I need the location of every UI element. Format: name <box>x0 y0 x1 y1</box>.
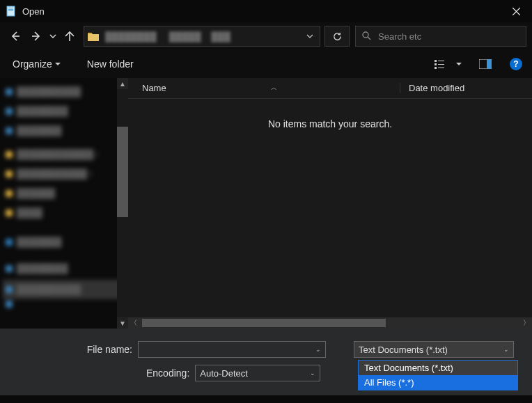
preview-pane-icon <box>479 59 492 69</box>
body-area: ██████████ ████████ ███████ ████████████… <box>0 78 532 329</box>
tree-scroll-thumb[interactable] <box>117 127 128 217</box>
file-type-dropdown: Text Documents (*.txt) All Files (*.*) <box>358 360 518 390</box>
svg-rect-15 <box>435 67 437 69</box>
view-options-button[interactable] <box>430 54 451 74</box>
scroll-left-arrow[interactable]: 〈 <box>128 317 139 329</box>
refresh-button[interactable] <box>324 26 350 47</box>
chevron-down-icon: ⌄ <box>315 346 321 353</box>
svg-rect-11 <box>435 60 437 62</box>
help-button[interactable]: ? <box>506 54 526 74</box>
scroll-down-arrow[interactable]: ▼ <box>117 317 128 329</box>
preview-pane-button[interactable] <box>475 54 496 74</box>
file-type-option-txt[interactable]: Text Documents (*.txt) <box>359 361 517 375</box>
svg-rect-3 <box>8 10 13 11</box>
file-type-combo[interactable]: Text Documents (*.txt) ⌄ <box>354 341 514 358</box>
svg-rect-12 <box>438 61 444 61</box>
sort-indicator-icon: ︿ <box>271 84 277 93</box>
nav-bar: ████████ █████ ███ Search etc <box>0 22 532 50</box>
svg-rect-16 <box>438 68 444 68</box>
new-folder-label: New folder <box>87 58 134 70</box>
navigation-tree[interactable]: ██████████ ████████ ███████ ████████████… <box>0 78 128 329</box>
empty-state-message: No items match your search. <box>128 99 532 129</box>
close-button[interactable] <box>500 0 532 22</box>
help-icon: ? <box>510 58 522 70</box>
tree-scrollbar[interactable]: ▲ ▼ <box>117 78 128 329</box>
encoding-value: Auto-Detect <box>200 368 248 379</box>
caret-down-icon <box>456 61 462 67</box>
h-scroll-track[interactable] <box>139 317 521 329</box>
tree-content-obscured: ██████████ ████████ ███████ ████████████… <box>0 78 128 312</box>
column-header-name[interactable]: Name ︿ <box>128 83 400 93</box>
bottom-panel: File name: ⌄ Text Documents (*.txt) ⌄ Te… <box>0 329 532 395</box>
folder-icon <box>87 31 100 42</box>
svg-rect-14 <box>438 64 444 65</box>
back-button[interactable] <box>6 26 25 46</box>
svg-point-9 <box>363 32 368 38</box>
svg-rect-18 <box>487 59 492 69</box>
search-placeholder: Search etc <box>378 31 421 42</box>
view-list-icon <box>435 59 447 69</box>
address-dropdown-button[interactable] <box>303 31 317 42</box>
column-headers: Name ︿ Date modified <box>128 78 532 99</box>
file-type-option-all[interactable]: All Files (*.*) <box>359 375 517 390</box>
file-list-panel: Name ︿ Date modified No items match your… <box>128 78 532 329</box>
title-bar: Open <box>0 0 532 22</box>
column-header-date[interactable]: Date modified <box>400 83 532 93</box>
column-name-label: Name <box>142 83 166 93</box>
svg-rect-2 <box>8 9 13 10</box>
chevron-down-icon: ⌄ <box>503 346 509 353</box>
window-title: Open <box>22 6 500 17</box>
view-dropdown-button[interactable] <box>454 54 464 74</box>
forward-button[interactable] <box>26 26 46 46</box>
svg-rect-13 <box>435 63 437 65</box>
column-date-label: Date modified <box>409 83 464 93</box>
svg-rect-1 <box>8 8 13 8</box>
refresh-icon <box>332 31 343 42</box>
search-icon <box>361 31 371 42</box>
arrow-left-icon <box>10 31 21 42</box>
horizontal-scrollbar[interactable]: 〈 〉 <box>128 317 532 329</box>
recent-locations-button[interactable] <box>47 26 58 46</box>
organize-label: Organize <box>13 58 52 70</box>
encoding-combo[interactable]: Auto-Detect ⌄ <box>195 365 320 381</box>
file-name-combo[interactable]: ⌄ <box>138 341 326 358</box>
chevron-down-icon <box>306 33 313 40</box>
arrow-right-icon <box>31 31 42 42</box>
scroll-right-arrow[interactable]: 〉 <box>521 317 532 329</box>
address-path: ████████ █████ ███ <box>105 31 303 42</box>
organize-button[interactable]: Organize <box>6 54 68 74</box>
file-type-value: Text Documents (*.txt) <box>359 345 448 355</box>
file-name-label: File name: <box>84 344 132 355</box>
close-icon <box>513 8 520 15</box>
chevron-down-icon: ⌄ <box>310 370 315 377</box>
toolbar: Organize New folder ? <box>0 50 532 78</box>
new-folder-button[interactable]: New folder <box>80 54 141 74</box>
app-icon <box>6 6 17 17</box>
arrow-up-icon <box>64 31 75 42</box>
scroll-up-arrow[interactable]: ▲ <box>117 78 128 89</box>
svg-line-10 <box>368 37 370 40</box>
encoding-label: Encoding: <box>146 368 189 379</box>
search-box[interactable]: Search etc <box>355 26 526 47</box>
caret-down-icon <box>55 61 61 67</box>
up-button[interactable] <box>60 26 79 46</box>
h-scroll-thumb[interactable] <box>142 319 386 327</box>
chevron-down-icon <box>49 33 56 40</box>
address-bar[interactable]: ████████ █████ ███ <box>84 26 320 47</box>
